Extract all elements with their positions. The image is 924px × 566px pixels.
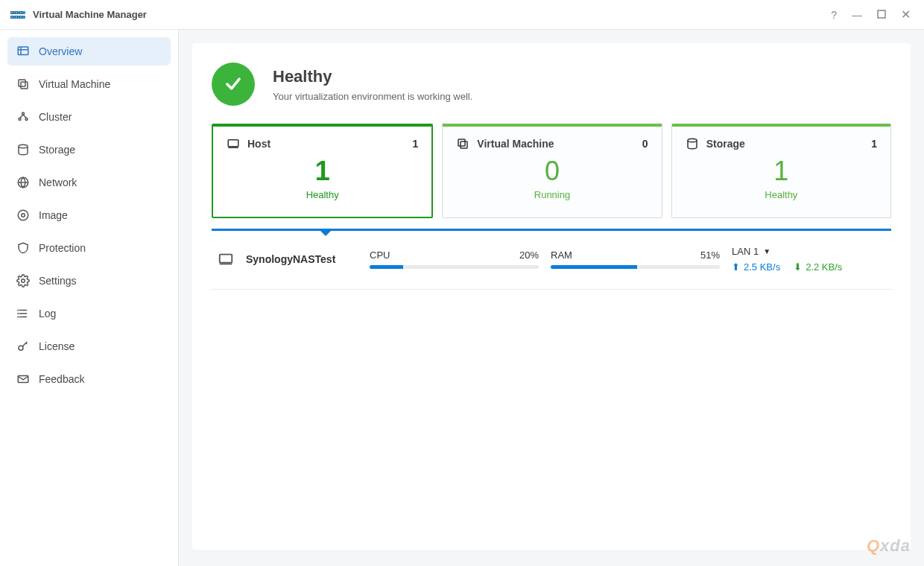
card-big-number: 0 bbox=[456, 158, 648, 185]
cpu-metric: CPU 20% bbox=[370, 249, 539, 269]
watermark: Qxda bbox=[867, 536, 911, 556]
card-count: 1 bbox=[871, 138, 877, 150]
lan-metric: LAN 1 ▼ ⬆ 2.5 KB/s ⬇ 2.2 KB/s bbox=[732, 246, 885, 273]
monitor-icon bbox=[227, 137, 240, 150]
sidebar-item-label: Storage bbox=[39, 144, 75, 156]
svg-line-10 bbox=[23, 115, 27, 118]
svg-rect-30 bbox=[220, 255, 232, 263]
monitor-icon bbox=[218, 251, 234, 267]
ram-bar-fill bbox=[551, 265, 637, 269]
vm-icon bbox=[16, 77, 30, 91]
svg-rect-4 bbox=[19, 80, 25, 86]
ram-bar bbox=[551, 265, 720, 269]
svg-rect-0 bbox=[878, 10, 885, 18]
network-icon bbox=[16, 176, 30, 189]
svg-rect-1 bbox=[18, 47, 28, 55]
sidebar-item-label: Virtual Machine bbox=[39, 78, 110, 90]
svg-point-6 bbox=[22, 112, 25, 115]
card-status: Healthy bbox=[686, 189, 877, 200]
help-icon[interactable]: ? bbox=[831, 9, 837, 21]
download-icon: ⬇ bbox=[794, 261, 802, 273]
svg-point-22 bbox=[18, 317, 19, 317]
svg-point-23 bbox=[19, 346, 23, 350]
sidebar-item-protection[interactable]: Protection bbox=[7, 234, 171, 262]
window-title: Virtual Machine Manager bbox=[33, 9, 147, 20]
window-buttons: ? — ✕ bbox=[831, 7, 911, 22]
card-name: Virtual Machine bbox=[477, 138, 554, 150]
download-rate: ⬇ 2.2 KB/s bbox=[794, 261, 842, 273]
active-tab-indicator bbox=[212, 229, 891, 231]
svg-rect-28 bbox=[461, 142, 467, 148]
minimize-icon[interactable]: — bbox=[852, 9, 862, 21]
sidebar-item-label: Settings bbox=[39, 275, 77, 287]
sidebar-item-label: Log bbox=[39, 308, 56, 319]
svg-rect-25 bbox=[228, 140, 238, 147]
card-virtual-machine[interactable]: Virtual Machine 0 0 Running bbox=[442, 124, 662, 218]
sidebar-item-network[interactable]: Network bbox=[7, 168, 171, 197]
overview-panel: Healthy Your virtualization environment … bbox=[192, 43, 911, 550]
card-status: Running bbox=[456, 189, 648, 200]
svg-point-20 bbox=[18, 310, 19, 311]
sidebar-item-label: Network bbox=[39, 177, 77, 188]
card-storage[interactable]: Storage 1 1 Healthy bbox=[671, 124, 891, 218]
host-row[interactable]: SynologyNASTest CPU 20% RAM 51% bbox=[212, 231, 891, 290]
sidebar: Overview Virtual Machine Cluster Storage… bbox=[0, 30, 179, 566]
ram-metric: RAM 51% bbox=[551, 249, 720, 269]
sidebar-item-label: Image bbox=[39, 209, 68, 221]
key-icon bbox=[16, 340, 30, 353]
check-circle-icon bbox=[212, 63, 255, 106]
cluster-icon bbox=[16, 110, 30, 124]
svg-point-21 bbox=[18, 314, 19, 314]
chevron-down-icon: ▼ bbox=[763, 247, 770, 255]
health-title: Healthy bbox=[273, 67, 472, 86]
card-status: Healthy bbox=[227, 189, 418, 200]
maximize-icon[interactable] bbox=[877, 9, 886, 21]
svg-point-15 bbox=[22, 214, 25, 217]
storage-icon bbox=[16, 143, 30, 156]
cpu-bar bbox=[370, 265, 539, 269]
sidebar-item-image[interactable]: Image bbox=[7, 201, 171, 229]
overview-icon bbox=[16, 45, 30, 58]
card-name: Host bbox=[247, 138, 270, 150]
sidebar-item-label: Protection bbox=[39, 242, 86, 254]
lan-selector[interactable]: LAN 1 ▼ bbox=[732, 246, 885, 257]
close-icon[interactable]: ✕ bbox=[901, 7, 911, 22]
svg-point-7 bbox=[19, 118, 21, 121]
sidebar-item-settings[interactable]: Settings bbox=[7, 267, 171, 295]
card-name: Storage bbox=[706, 138, 745, 150]
health-status: Healthy Your virtualization environment … bbox=[212, 63, 891, 106]
sidebar-item-feedback[interactable]: Feedback bbox=[7, 365, 171, 393]
sidebar-item-log[interactable]: Log bbox=[7, 299, 171, 328]
content-area: Healthy Your virtualization environment … bbox=[179, 30, 924, 566]
svg-rect-5 bbox=[21, 82, 28, 89]
svg-point-11 bbox=[19, 144, 28, 148]
svg-point-16 bbox=[22, 279, 25, 283]
ram-label: RAM bbox=[551, 249, 572, 261]
summary-cards: Host 1 1 Healthy Virtual Machine 0 bbox=[212, 124, 891, 218]
log-icon bbox=[16, 307, 30, 320]
card-big-number: 1 bbox=[227, 158, 418, 185]
card-count: 0 bbox=[642, 138, 648, 150]
storage-icon bbox=[686, 137, 699, 150]
gear-icon bbox=[16, 274, 30, 287]
health-subtitle: Your virtualization environment is worki… bbox=[273, 91, 472, 102]
svg-point-8 bbox=[25, 118, 28, 121]
upload-rate: ⬆ 2.5 KB/s bbox=[732, 261, 780, 273]
sidebar-item-cluster[interactable]: Cluster bbox=[7, 103, 171, 131]
image-icon bbox=[16, 209, 30, 222]
sidebar-item-overview[interactable]: Overview bbox=[7, 37, 171, 66]
card-host[interactable]: Host 1 1 Healthy bbox=[212, 124, 433, 218]
vm-icon bbox=[456, 137, 469, 150]
sidebar-item-virtual-machine[interactable]: Virtual Machine bbox=[7, 70, 171, 98]
titlebar: Virtual Machine Manager ? — ✕ bbox=[0, 0, 924, 30]
card-big-number: 1 bbox=[686, 158, 877, 185]
svg-point-14 bbox=[18, 210, 28, 220]
sidebar-item-license[interactable]: License bbox=[7, 332, 171, 360]
app-logo-icon bbox=[10, 7, 25, 22]
sidebar-item-storage[interactable]: Storage bbox=[7, 136, 171, 164]
shield-icon bbox=[16, 241, 30, 255]
svg-rect-27 bbox=[458, 139, 465, 146]
sidebar-item-label: Overview bbox=[39, 45, 82, 57]
lan-label: LAN 1 bbox=[732, 246, 759, 257]
sidebar-item-label: License bbox=[39, 340, 75, 352]
